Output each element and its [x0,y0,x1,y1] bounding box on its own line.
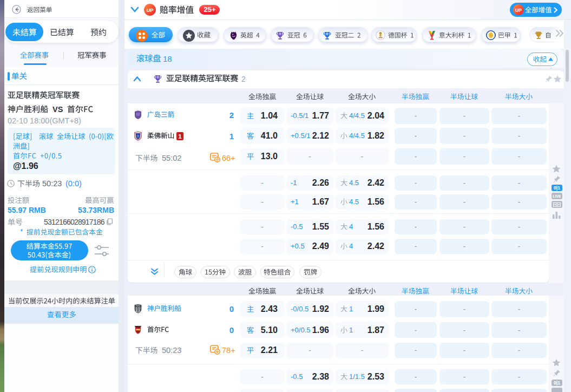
svg-text:UP: UP [146,7,154,13]
svg-text:UP: UP [515,8,522,13]
svg-text:VISSEL: VISSEL [136,305,141,307]
